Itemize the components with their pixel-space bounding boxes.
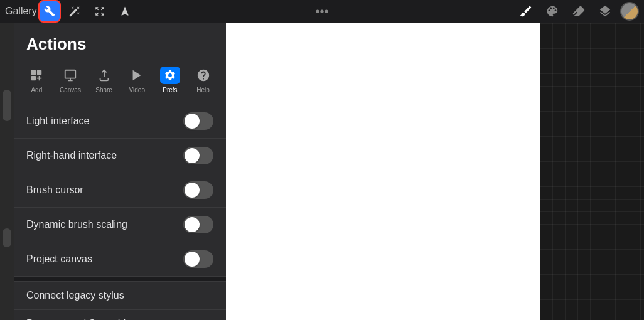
right-hand-interface-toggle[interactable] <box>183 147 213 164</box>
eraser-tool-button[interactable] <box>567 0 590 23</box>
svg-rect-1 <box>37 70 41 75</box>
svg-rect-3 <box>65 70 76 78</box>
tab-prefs-label: Prefs <box>163 87 177 93</box>
top-right-tools <box>515 0 639 23</box>
tab-canvas[interactable]: Canvas <box>55 64 86 96</box>
tab-video-label: Video <box>129 87 145 93</box>
actions-title: Actions <box>14 23 226 61</box>
select-icon <box>94 6 105 17</box>
wrench-icon <box>44 6 55 17</box>
light-interface-label: Light interface <box>26 115 90 127</box>
project-canvas-toggle[interactable] <box>183 250 213 268</box>
add-icon <box>26 67 46 84</box>
right-hand-interface-label: Right-hand interface <box>26 150 117 161</box>
brush-cursor-label: Brush cursor <box>26 184 83 196</box>
brush-cursor-row[interactable]: Brush cursor <box>14 173 226 208</box>
main-area: Actions Add <box>0 23 644 320</box>
wand-icon <box>69 6 80 17</box>
svg-rect-2 <box>31 76 36 80</box>
brush-size-slider[interactable] <box>3 90 11 121</box>
svg-marker-4 <box>133 70 141 81</box>
project-canvas-label: Project canvas <box>26 253 92 265</box>
svg-rect-0 <box>31 70 36 75</box>
tab-prefs[interactable]: Prefs <box>155 64 185 96</box>
tab-share[interactable]: Share <box>89 64 119 96</box>
tab-share-label: Share <box>95 87 112 93</box>
top-bar: Gallery ••• <box>0 0 644 23</box>
select-tool-button[interactable] <box>89 0 111 23</box>
tabs-row: Add Canvas Share <box>14 61 226 104</box>
smudge-tool-button[interactable] <box>541 0 564 23</box>
tab-add[interactable]: Add <box>21 64 51 96</box>
transform-tool-button[interactable] <box>114 0 136 23</box>
layers-icon <box>598 4 612 18</box>
section-divider <box>14 277 226 282</box>
settings-list: Light interface Right-hand interface Bru… <box>14 104 226 277</box>
adjust-tool-button[interactable] <box>63 0 86 23</box>
tab-video[interactable]: Video <box>122 64 152 96</box>
canvas-icon <box>60 67 80 84</box>
top-center-dots: ••• <box>315 4 328 19</box>
brush-tool-button[interactable] <box>515 0 537 23</box>
actions-tool-button[interactable] <box>38 0 61 23</box>
light-interface-row[interactable]: Light interface <box>14 104 226 139</box>
color-swatch[interactable] <box>620 2 639 21</box>
connect-legacy-stylus-row[interactable]: Connect legacy stylus <box>14 282 226 310</box>
dynamic-brush-scaling-row[interactable]: Dynamic brush scaling <box>14 208 226 242</box>
layers-tool-button[interactable] <box>594 0 616 23</box>
smudge-icon <box>545 4 559 18</box>
eraser-icon <box>572 4 586 18</box>
share-icon <box>94 67 114 84</box>
prefs-icon <box>160 67 180 84</box>
gallery-button[interactable]: Gallery <box>5 6 37 17</box>
side-left-panel <box>0 23 14 320</box>
canvas-area[interactable] <box>226 23 540 320</box>
video-icon <box>127 67 147 84</box>
help-icon <box>193 67 213 84</box>
dynamic-brush-scaling-label: Dynamic brush scaling <box>26 219 127 230</box>
opacity-slider[interactable] <box>3 228 11 247</box>
transform-icon <box>119 6 131 17</box>
actions-panel: Actions Add <box>14 23 226 320</box>
pressure-and-smoothing-row[interactable]: Pressure and Smoothing <box>14 310 226 320</box>
brush-cursor-toggle[interactable] <box>183 181 213 199</box>
tab-help[interactable]: Help <box>188 64 218 96</box>
connect-legacy-stylus-label: Connect legacy stylus <box>26 290 124 301</box>
light-interface-toggle[interactable] <box>183 112 213 130</box>
tab-add-label: Add <box>31 87 42 93</box>
brush-icon <box>519 4 533 18</box>
dynamic-brush-scaling-toggle[interactable] <box>183 216 213 233</box>
project-canvas-row[interactable]: Project canvas <box>14 242 226 277</box>
tab-help-label: Help <box>196 87 210 93</box>
links-list: Connect legacy stylus Pressure and Smoot… <box>14 282 226 320</box>
right-hand-interface-row[interactable]: Right-hand interface <box>14 139 226 173</box>
tab-canvas-label: Canvas <box>60 87 81 93</box>
right-dark-area <box>540 23 644 320</box>
